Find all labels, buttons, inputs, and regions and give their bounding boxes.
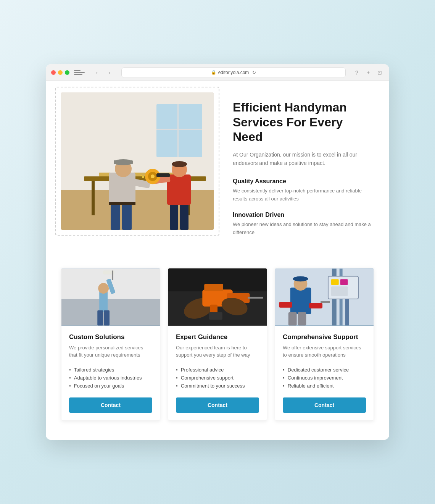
svg-rect-67 [309,302,322,308]
svg-point-29 [151,174,155,178]
maximize-button[interactable] [65,70,69,75]
feature-quality: Quality Assurance We consistently delive… [233,178,374,203]
svg-rect-64 [298,312,306,325]
card-comprehensive-support: Comprehensive Support We offer extensive… [275,268,374,421]
list-item: Adaptable to various industries [69,374,152,382]
address-bar[interactable]: 🔒 editor.yola.com ↻ [121,67,346,78]
svg-rect-60 [340,279,348,285]
browser-window: ‹ › 🔒 editor.yola.com ↻ ? + ⊡ [46,64,389,439]
page-content: Efficient Handyman Services For Every Ne… [46,81,389,439]
list-item: Tailored strategies [69,366,152,374]
card-3-title: Comprehensive Support [283,333,366,341]
svg-rect-20 [109,202,135,205]
card-1-list: Tailored strategies Adaptable to various… [69,366,152,390]
feature-innovation-desc: We pioneer new ideas and solutions to st… [233,221,374,237]
svg-rect-21 [170,203,178,230]
cards-section: Custom Solutions We provide personalized… [61,268,374,421]
card-3-desc: We offer extensive support services to e… [283,344,366,359]
url-text: editor.yola.com [218,70,249,75]
svg-point-32 [140,175,142,176]
list-item: Continuous improvement [283,374,366,382]
svg-rect-37 [97,310,103,325]
hero-section: Efficient Handyman Services For Every Ne… [61,92,374,245]
feature-quality-title: Quality Assurance [233,178,374,185]
hero-subtitle: At Our Organization, our mission is to e… [233,150,374,168]
card-custom-solutions: Custom Solutions We provide personalized… [61,268,160,421]
list-item: Dedicated customer service [283,366,366,374]
svg-rect-22 [180,203,188,230]
svg-rect-19 [114,160,133,164]
svg-rect-38 [104,310,110,325]
svg-rect-5 [156,104,202,157]
card-2-title: Expert Guidance [176,333,259,341]
card-2-contact-button[interactable]: Contact [176,397,259,413]
help-icon[interactable]: ? [353,68,361,77]
card-3-image [275,268,374,326]
svg-rect-15 [109,173,135,205]
svg-rect-61 [331,286,348,296]
list-item: Professional advice [176,366,259,374]
svg-point-26 [172,161,187,167]
reload-icon: ↻ [252,70,256,75]
svg-rect-10 [92,181,95,215]
card-1-contact-button[interactable]: Contact [69,397,152,413]
svg-rect-14 [122,203,132,230]
svg-rect-48 [248,297,263,299]
svg-rect-30 [156,173,170,177]
svg-rect-63 [288,312,297,325]
card-1-image [61,268,160,326]
svg-rect-50 [204,284,223,291]
svg-rect-7 [156,129,202,130]
svg-point-31 [142,176,144,178]
feature-innovation: Innovation Driven We pioneer new ideas a… [233,212,374,237]
hero-image [61,92,214,230]
card-2-body: Expert Guidance Our experienced team is … [168,326,267,420]
card-3-contact-button[interactable]: Contact [283,397,366,413]
svg-rect-13 [111,203,120,230]
close-button[interactable] [51,70,56,75]
svg-rect-6 [177,104,179,157]
svg-point-66 [293,276,308,281]
card-expert-guidance: Expert Guidance Our experienced team is … [168,268,267,421]
traffic-lights [51,70,69,75]
card-1-desc: We provide personalized services that fi… [69,344,152,359]
card-2-list: Professional advice Comprehensive suppor… [176,366,259,390]
list-item: Reliable and efficient [283,382,366,390]
svg-rect-69 [321,300,330,303]
toolbar-actions: ? + ⊡ [353,68,384,77]
feature-innovation-title: Innovation Driven [233,212,374,218]
feature-quality-desc: We consistently deliver top-notch perfor… [233,187,374,203]
card-1-body: Custom Solutions We provide personalized… [61,326,160,420]
back-button[interactable]: ‹ [92,67,102,78]
browser-toolbar: ‹ › 🔒 editor.yola.com ↻ ? + ⊡ [46,64,389,81]
card-3-list: Dedicated customer service Continuous im… [283,366,366,390]
card-2-image [168,268,267,326]
hero-image-wrapper [61,92,214,230]
svg-rect-36 [99,291,108,312]
add-tab-icon[interactable]: + [364,68,372,77]
forward-button[interactable]: › [104,67,114,78]
svg-rect-34 [61,299,160,325]
svg-point-39 [98,283,109,294]
svg-rect-62 [290,288,311,314]
list-item: Commitment to your success [176,382,259,390]
svg-rect-42 [112,270,113,280]
svg-rect-23 [167,174,191,205]
lock-icon: 🔒 [211,70,216,75]
svg-rect-68 [279,302,292,307]
sidebar-toggle-button[interactable] [74,69,85,76]
nav-controls: ‹ › [92,67,114,78]
more-icon[interactable]: ⊡ [375,68,384,77]
card-2-desc: Our experienced team is here to support … [176,344,259,359]
hero-title: Efficient Handyman Services For Every Ne… [233,100,374,144]
list-item: Comprehensive support [176,374,259,382]
svg-rect-59 [331,279,339,285]
minimize-button[interactable] [58,70,63,75]
list-item: Focused on your goals [69,382,152,390]
svg-rect-52 [209,312,222,320]
hero-text: Efficient Handyman Services For Every Ne… [233,92,374,245]
card-3-body: Comprehensive Support We offer extensive… [275,326,374,420]
card-1-title: Custom Solutions [69,333,152,341]
